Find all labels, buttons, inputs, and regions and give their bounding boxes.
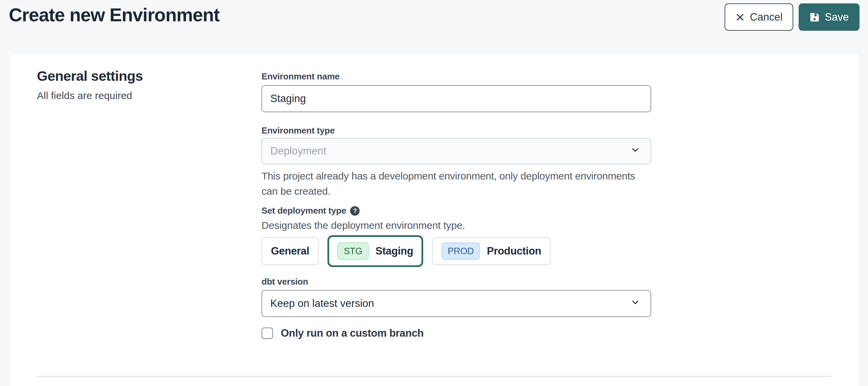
option-general-label: General <box>271 245 309 257</box>
chevron-down-icon <box>630 297 640 310</box>
section-title: General settings <box>37 68 143 84</box>
custom-branch-row: Only run on a custom branch <box>261 327 424 339</box>
option-production-label: Production <box>487 245 541 257</box>
page-title: Create new Environment <box>9 4 220 26</box>
environment-name-input-wrapper <box>261 85 651 112</box>
environment-type-select[interactable]: Deployment <box>261 138 651 164</box>
help-icon[interactable]: ? <box>350 206 360 216</box>
deployment-type-label: Set deployment type <box>261 206 346 216</box>
close-icon <box>735 13 745 22</box>
deployment-type-option-production[interactable]: PROD Production <box>432 237 551 265</box>
environment-name-input[interactable] <box>270 93 642 105</box>
deployment-type-option-staging[interactable]: STG Staging <box>327 235 423 267</box>
dbt-version-select[interactable]: Keep on latest version <box>261 290 651 317</box>
cancel-button[interactable]: Cancel <box>725 3 794 31</box>
save-button-label: Save <box>825 11 849 23</box>
deployment-type-option-general[interactable]: General <box>261 237 319 265</box>
production-badge: PROD <box>441 242 480 260</box>
deployment-type-options: General STG Staging PROD Production <box>261 235 551 267</box>
dbt-version-value: Keep on latest version <box>270 297 374 310</box>
environment-type-value: Deployment <box>270 145 326 157</box>
settings-card: General settings All fields are required… <box>9 53 860 386</box>
chevron-down-icon <box>630 145 640 158</box>
cancel-button-label: Cancel <box>750 11 783 23</box>
save-icon <box>809 12 820 22</box>
deployment-type-description: Designates the deployment environment ty… <box>261 220 465 231</box>
environment-type-helper: This project already has a development e… <box>261 168 654 199</box>
header-actions: Cancel Save <box>725 3 860 31</box>
environment-name-label: Environment name <box>261 71 340 82</box>
section-subtitle: All fields are required <box>37 90 132 101</box>
custom-branch-label: Only run on a custom branch <box>281 327 424 339</box>
save-button[interactable]: Save <box>799 3 860 31</box>
custom-branch-checkbox[interactable] <box>261 328 273 339</box>
staging-badge: STG <box>337 242 369 260</box>
dbt-version-label: dbt version <box>261 276 308 287</box>
section-divider <box>37 376 832 377</box>
environment-type-label: Environment type <box>261 125 335 136</box>
option-staging-label: Staging <box>375 245 413 257</box>
deployment-type-label-row: Set deployment type ? <box>261 206 360 216</box>
create-environment-page: Create new Environment Cancel Save Gener… <box>0 0 868 386</box>
